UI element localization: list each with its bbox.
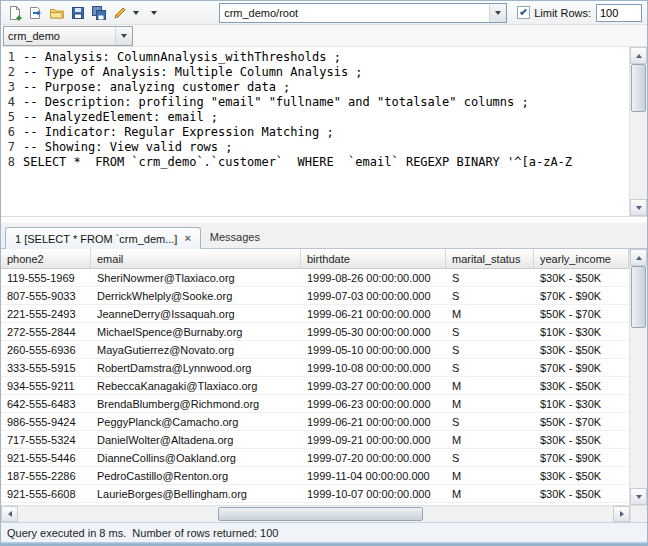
table-row[interactable]: 986-555-9424PeggyPlanck@Camacho.org1999-… [1,413,629,431]
tab-messages[interactable]: Messages [201,226,269,248]
table-cell[interactable]: 1999-10-08 00:00:00.000 [301,359,446,376]
table-cell[interactable]: 1999-06-23 00:00:00.000 [301,395,446,412]
table-cell[interactable]: M [446,485,534,502]
code-area[interactable]: 1-- Analysis: ColumnAnalysis_withThresho… [1,47,629,216]
table-cell[interactable]: 717-555-5324 [1,431,91,448]
table-cell[interactable]: 1999-07-03 00:00:00.000 [301,287,446,304]
table-cell[interactable]: RebeccaKanagaki@Tlaxiaco.org [91,377,301,394]
table-cell[interactable]: S [446,359,534,376]
table-cell[interactable]: 1999-09-21 00:00:00.000 [301,431,446,448]
table-cell[interactable]: 1999-06-21 00:00:00.000 [301,305,446,322]
table-cell[interactable]: $50K - $70K [534,305,629,322]
new-sql-editor-icon[interactable] [5,3,25,23]
table-row[interactable]: 934-555-9211RebeccaKanagaki@Tlaxiaco.org… [1,377,629,395]
table-cell[interactable]: M [446,431,534,448]
table-cell[interactable]: DanielWolter@Altadena.org [91,431,301,448]
table-row[interactable]: 921-555-5446DianneCollins@Oakland.org199… [1,449,629,467]
scroll-down-button[interactable] [630,488,647,505]
table-cell[interactable]: 272-555-2844 [1,323,91,340]
table-cell[interactable]: PedroCastillo@Renton.org [91,467,301,484]
table-cell[interactable]: 934-555-9211 [1,377,91,394]
column-header-email[interactable]: email [91,249,301,268]
table-cell[interactable]: M [446,377,534,394]
connection-combo-arrow-icon[interactable] [489,4,506,22]
save-icon[interactable] [68,3,88,23]
scroll-right-button[interactable] [613,506,630,522]
scrollbar-track[interactable] [18,506,613,522]
table-cell[interactable]: $30K - $50K [534,485,629,502]
table-cell[interactable]: S [446,341,534,358]
table-cell[interactable]: $30K - $50K [534,431,629,448]
table-cell[interactable]: 187-555-2286 [1,467,91,484]
column-header-phone2[interactable]: phone2 [1,249,91,268]
table-cell[interactable]: 986-555-9424 [1,413,91,430]
table-cell[interactable]: 1999-03-27 00:00:00.000 [301,377,446,394]
table-cell[interactable]: S [446,449,534,466]
table-cell[interactable]: 119-555-1969 [1,269,91,286]
table-cell[interactable]: 1999-08-26 00:00:00.000 [301,269,446,286]
table-cell[interactable]: M [446,467,534,484]
scroll-up-button[interactable] [630,249,647,266]
scrollbar-thumb[interactable] [631,266,646,328]
tab-result[interactable]: 1 [SELECT * FROM `crm_dem...] × [5,227,201,249]
table-cell[interactable]: LaurieBorges@Bellingham.org [91,485,301,502]
table-row[interactable]: 642-555-6483BrendaBlumberg@Richmond.org1… [1,395,629,413]
table-cell[interactable]: 921-555-5446 [1,449,91,466]
table-cell[interactable]: $50K - $70K [534,413,629,430]
table-cell[interactable]: 333-555-5915 [1,359,91,376]
table-cell[interactable]: MichaelSpence@Burnaby.org [91,323,301,340]
table-row[interactable]: 272-555-2844MichaelSpence@Burnaby.org199… [1,323,629,341]
table-cell[interactable]: $30K - $50K [534,377,629,394]
column-header-birthdate[interactable]: birthdate [301,249,446,268]
table-cell[interactable]: M [446,305,534,322]
table-cell[interactable]: JeanneDerry@Issaquah.org [91,305,301,322]
schema-combo-arrow-icon[interactable] [115,27,132,45]
table-cell[interactable]: M [446,395,534,412]
table-cell[interactable]: MayaGutierrez@Novato.org [91,341,301,358]
save-all-icon[interactable] [89,3,109,23]
editor-vertical-scrollbar[interactable] [629,47,647,216]
open-file-icon[interactable] [47,3,67,23]
limit-rows-checkbox[interactable] [517,6,530,19]
scrollbar-track[interactable] [630,266,647,488]
table-cell[interactable]: $30K - $50K [534,269,629,286]
dropdown-arrow-icon[interactable] [149,3,159,23]
table-row[interactable]: 119-555-1969SheriNowmer@Tlaxiaco.org1999… [1,269,629,287]
export-result-icon[interactable] [26,3,46,23]
scrollbar-thumb[interactable] [631,64,646,112]
table-cell[interactable]: 260-555-6936 [1,341,91,358]
table-cell[interactable]: $70K - $90K [534,359,629,376]
table-cell[interactable]: PeggyPlanck@Camacho.org [91,413,301,430]
table-horizontal-scrollbar[interactable] [1,506,630,522]
table-cell[interactable]: 807-555-9033 [1,287,91,304]
scroll-left-button[interactable] [1,506,18,522]
table-cell[interactable]: BrendaBlumberg@Richmond.org [91,395,301,412]
column-header-yearly-income[interactable]: yearly_income [534,249,629,268]
table-cell[interactable]: DianneCollins@Oakland.org [91,449,301,466]
table-cell[interactable]: 1999-11-04 00:00:00.000 [301,467,446,484]
table-row[interactable]: 717-555-5324DanielWolter@Altadena.org199… [1,431,629,449]
tab-close-icon[interactable]: × [184,233,190,244]
table-row[interactable]: 187-555-2286PedroCastillo@Renton.org1999… [1,467,629,485]
table-cell[interactable]: $10K - $30K [534,395,629,412]
table-cell[interactable]: $10K - $30K [534,323,629,340]
table-cell[interactable]: 642-555-6483 [1,395,91,412]
table-cell[interactable]: SheriNowmer@Tlaxiaco.org [91,269,301,286]
table-cell[interactable]: S [446,269,534,286]
edit-icon[interactable] [110,3,130,23]
scrollbar-thumb[interactable] [218,507,423,521]
table-row[interactable]: 221-555-2493JeanneDerry@Issaquah.org1999… [1,305,629,323]
table-cell[interactable]: 1999-05-10 00:00:00.000 [301,341,446,358]
table-row[interactable]: 333-555-5915RobertDamstra@Lynnwood.org19… [1,359,629,377]
table-cell[interactable]: RobertDamstra@Lynnwood.org [91,359,301,376]
table-vertical-scrollbar[interactable] [629,249,647,505]
table-cell[interactable]: $70K - $90K [534,287,629,304]
connection-combo[interactable]: crm_demo/root [219,3,507,23]
scroll-down-button[interactable] [630,199,647,216]
table-row[interactable]: 807-555-9033DerrickWhelply@Sooke.org1999… [1,287,629,305]
table-cell[interactable]: 221-555-2493 [1,305,91,322]
table-cell[interactable]: $30K - $50K [534,467,629,484]
table-cell[interactable]: S [446,413,534,430]
table-cell[interactable]: 1999-05-30 00:00:00.000 [301,323,446,340]
table-cell[interactable]: 921-555-6608 [1,485,91,502]
